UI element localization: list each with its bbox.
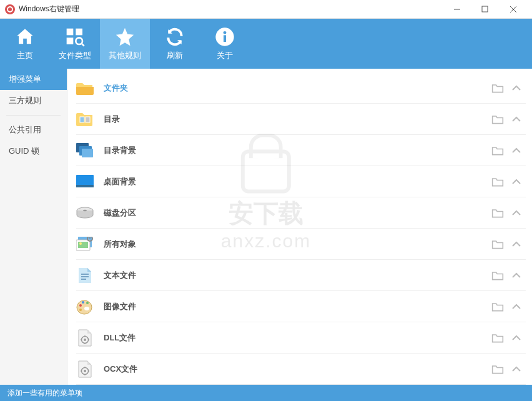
item-label: OCX文件 — [104, 364, 488, 375]
list-item[interactable]: 文件夹 — [76, 72, 526, 104]
list-item[interactable]: 文本文件 — [76, 260, 526, 291]
svg-point-35 — [79, 309, 82, 311]
window-title: Windows右键管理 — [19, 4, 443, 14]
svg-point-30 — [77, 300, 92, 314]
list-item[interactable]: 目录背景 — [76, 135, 526, 166]
item-label: DLL文件 — [104, 332, 488, 344]
list-item[interactable]: 磁盘分区 — [76, 197, 526, 229]
item-label: 文件夹 — [104, 82, 488, 94]
list-item[interactable]: DLL文件 — [76, 322, 526, 354]
toolbar-refresh[interactable]: 刷新 — [150, 19, 200, 69]
open-folder-button[interactable] — [488, 141, 507, 160]
open-folder-button[interactable] — [488, 266, 507, 285]
folder-thumb-icon — [76, 111, 94, 128]
sidebar-label: 三方规则 — [9, 95, 41, 106]
sidebar-item-guid[interactable]: GUID 锁 — [0, 141, 67, 162]
toolbar-label: 刷新 — [167, 50, 183, 61]
toolbar-filetype[interactable]: 文件类型 — [50, 19, 100, 69]
star-icon — [114, 26, 135, 47]
svg-rect-12 — [80, 117, 84, 122]
toolbar-home[interactable]: 主页 — [0, 19, 50, 69]
svg-point-37 — [84, 339, 86, 341]
collapse-button[interactable] — [507, 79, 526, 97]
collapse-button[interactable] — [507, 141, 526, 160]
toolbar-label: 文件类型 — [59, 50, 91, 61]
info-icon — [214, 26, 235, 47]
item-label: 磁盘分区 — [104, 207, 488, 219]
toolbar-rules[interactable]: 其他规则 — [100, 19, 150, 69]
collapse-button[interactable] — [507, 235, 526, 254]
list-item[interactable]: 图像文件 — [76, 291, 526, 322]
window-controls — [443, 0, 527, 19]
collapse-button[interactable] — [507, 297, 526, 316]
status-bar: 添加一些有用的菜单项 — [0, 385, 532, 401]
open-folder-button[interactable] — [488, 204, 507, 222]
item-label: 目录 — [104, 114, 488, 125]
svg-rect-13 — [86, 117, 90, 122]
app-icon — [5, 4, 15, 14]
sidebar-label: GUID 锁 — [9, 146, 39, 157]
sidebar-divider — [6, 115, 61, 116]
textfile-icon — [76, 267, 94, 284]
disk-icon — [76, 204, 94, 222]
sidebar-label: 增强菜单 — [9, 74, 41, 85]
toolbar-about[interactable]: 关于 — [200, 19, 250, 69]
open-folder-button[interactable] — [488, 297, 507, 316]
item-label: 目录背景 — [104, 145, 488, 156]
svg-rect-18 — [76, 185, 94, 187]
toolbar-label: 关于 — [217, 50, 233, 61]
svg-point-43 — [84, 370, 86, 372]
minimize-button[interactable] — [443, 0, 471, 19]
svg-rect-23 — [78, 242, 88, 248]
collapse-button[interactable] — [507, 266, 526, 285]
svg-rect-4 — [67, 29, 74, 36]
svg-point-34 — [86, 302, 89, 304]
svg-rect-10 — [224, 35, 226, 42]
sidebar-label: 公共引用 — [9, 124, 41, 136]
svg-point-24 — [79, 242, 82, 245]
item-label: 图像文件 — [104, 301, 488, 312]
svg-point-32 — [79, 304, 82, 307]
open-folder-button[interactable] — [488, 329, 507, 347]
main-area: 增强菜单 三方规则 公共引用 GUID 锁 文件夹目录目录背景桌面背景磁盘分区所… — [0, 69, 532, 385]
content-list[interactable]: 文件夹目录目录背景桌面背景磁盘分区所有对象文本文件图像文件DLL文件OCX文件 — [67, 69, 532, 385]
open-folder-button[interactable] — [488, 235, 507, 254]
open-folder-button[interactable] — [488, 360, 507, 379]
svg-point-7 — [76, 37, 82, 44]
sidebar: 增强菜单 三方规则 公共引用 GUID 锁 — [0, 69, 67, 385]
folder-yellow-icon — [76, 79, 94, 97]
collapse-button[interactable] — [507, 172, 526, 191]
collapse-button[interactable] — [507, 204, 526, 222]
open-folder-button[interactable] — [488, 79, 507, 97]
item-label: 所有对象 — [104, 239, 488, 250]
list-item[interactable]: 桌面背景 — [76, 166, 526, 197]
desktop-blue-icon — [76, 173, 94, 191]
svg-point-33 — [82, 301, 84, 304]
sidebar-item-enhance[interactable]: 增强菜单 — [0, 69, 67, 90]
list-item[interactable]: 所有对象 — [76, 229, 526, 260]
grid-search-icon — [64, 26, 86, 47]
toolbar: 主页 文件类型 其他规则 刷新 关于 — [0, 19, 532, 69]
svg-point-20 — [83, 209, 87, 211]
gear-doc-icon — [76, 360, 94, 378]
status-text: 添加一些有用的菜单项 — [7, 388, 82, 399]
list-item[interactable]: 目录 — [76, 104, 526, 135]
list-item[interactable]: OCX文件 — [76, 354, 526, 385]
svg-rect-6 — [67, 37, 74, 44]
item-label: 桌面背景 — [104, 176, 488, 187]
collapse-button[interactable] — [507, 110, 526, 129]
svg-point-11 — [224, 31, 227, 34]
close-button[interactable] — [499, 0, 527, 19]
sidebar-item-pubref[interactable]: 公共引用 — [0, 119, 67, 141]
palette-icon — [76, 298, 94, 315]
maximize-button[interactable] — [471, 0, 499, 19]
sidebar-item-third[interactable]: 三方规则 — [0, 90, 67, 111]
collapse-button[interactable] — [507, 329, 526, 347]
collapse-button[interactable] — [507, 360, 526, 379]
svg-line-8 — [82, 44, 84, 46]
gallery-icon — [76, 235, 94, 253]
toolbar-label: 其他规则 — [109, 50, 141, 61]
open-folder-button[interactable] — [488, 172, 507, 191]
svg-rect-5 — [76, 29, 82, 36]
open-folder-button[interactable] — [488, 110, 507, 129]
